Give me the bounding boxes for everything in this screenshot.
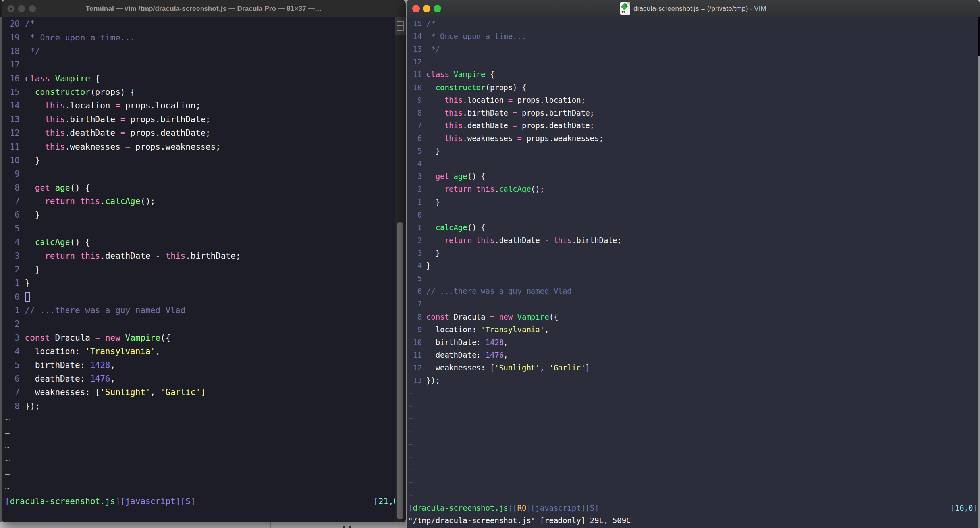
code-text: this.deathDate = props.deathDate;	[426, 121, 594, 130]
code-text: this.weaknesses = props.weaknesses;	[426, 134, 604, 143]
line-number: 4	[408, 261, 422, 270]
split-pane-button[interactable]	[395, 17, 406, 35]
code-token: =	[490, 312, 494, 321]
code-token: return	[45, 251, 75, 261]
code-token: 1476	[90, 374, 110, 383]
code-token: location:	[25, 347, 85, 356]
code-token: {	[485, 70, 494, 79]
code-line: 2	[2, 317, 406, 331]
unsaved-dot-icon	[10, 8, 12, 10]
code-line: 0	[2, 290, 406, 304]
tilde-line: ~	[2, 467, 406, 481]
statusline-left: [dracula-screenshot.js][javascript][S]	[5, 497, 196, 506]
code-text: /*	[25, 19, 35, 29]
status-token: ][	[508, 503, 517, 512]
code-token: age	[55, 183, 70, 193]
terminal-titlebar[interactable]: Terminal — vim /tmp/dracula-screenshot.j…	[2, 0, 406, 17]
window-edge-line	[978, 56, 980, 528]
code-line: 7 this.deathDate = props.deathDate;	[407, 119, 980, 132]
tilde-line: ~	[2, 440, 406, 454]
status-token: [	[373, 497, 378, 506]
code-line: 8 this.birthDate = props.birthDate;	[407, 106, 980, 119]
code-text: }	[426, 146, 440, 155]
macvim-titlebar[interactable]: JS dracula-screenshot.js = (/private/tmp…	[407, 0, 980, 17]
tilde-line: ~	[407, 425, 980, 438]
code-token: Vampire	[517, 312, 549, 321]
code-text: class Vampire {	[426, 70, 495, 79]
code-token: */	[25, 46, 40, 56]
line-number: 13	[408, 44, 422, 53]
code-line: 8const Dracula = new Vampire({	[407, 310, 980, 323]
line-number: 4	[408, 159, 422, 168]
text-cursor[interactable]	[25, 292, 30, 302]
code-token: props.weaknesses;	[522, 134, 604, 143]
line-number: 0	[5, 292, 20, 302]
code-line: 4}	[407, 259, 980, 272]
code-token: .deathDate	[494, 236, 544, 245]
close-button-icon[interactable]	[412, 5, 420, 12]
code-token: // ...there was a guy named Vlad	[25, 306, 186, 315]
code-line: 7 return this.calcAge();	[2, 195, 406, 208]
vim-statusline: [dracula-screenshot.js][RO][javascript][…	[407, 501, 980, 514]
background-window-strip: H	[0, 522, 413, 528]
code-line: 5	[2, 222, 406, 235]
macvim-window: JS dracula-screenshot.js = (/private/tmp…	[406, 0, 980, 528]
line-number: 8	[5, 401, 20, 411]
code-token: =	[95, 333, 100, 343]
code-token: =	[513, 121, 517, 130]
code-token	[100, 333, 105, 343]
code-token: 1428	[485, 338, 504, 347]
code-token	[426, 83, 436, 92]
line-number: 2	[5, 265, 20, 274]
status-token: [	[408, 503, 413, 512]
code-token	[25, 115, 45, 124]
minimize-button-icon[interactable]	[423, 5, 430, 12]
minimize-button-icon[interactable]	[18, 5, 25, 12]
code-token: }	[426, 261, 431, 270]
code-token: .	[100, 197, 105, 206]
code-text: }	[25, 265, 40, 274]
vim-diamond-icon	[621, 3, 628, 10]
code-token: location:	[426, 325, 481, 334]
close-button-icon[interactable]	[7, 5, 15, 12]
code-token: * Once upon a time...	[426, 32, 527, 40]
code-token: props.weaknesses;	[130, 142, 221, 152]
code-text: // ...there was a guy named Vlad	[426, 287, 572, 295]
status-token: dracula-screenshot.js	[10, 497, 116, 506]
code-token: calcAge	[499, 185, 531, 193]
code-token	[50, 74, 55, 83]
code-token: const	[426, 312, 449, 321]
code-token: () {	[70, 183, 90, 193]
zoom-button-icon[interactable]	[29, 5, 36, 12]
terminal-scrollbar-track[interactable]	[395, 17, 406, 522]
code-token: class	[25, 74, 50, 83]
code-token: }	[426, 146, 440, 155]
code-text: */	[25, 46, 40, 56]
code-line: 14 * Once upon a time...	[407, 30, 980, 42]
status-token: [	[950, 503, 955, 512]
code-text: */	[426, 44, 440, 53]
scrollbar-thumb[interactable]	[397, 222, 403, 519]
code-token	[426, 172, 436, 181]
tilde-line: ~	[2, 454, 406, 467]
status-token: ][	[115, 497, 125, 506]
code-token: -	[155, 251, 160, 261]
code-token	[549, 236, 554, 245]
split-pane-icon	[397, 21, 404, 31]
code-line: 7	[407, 297, 980, 310]
code-text: const Dracula = new Vampire({	[426, 312, 558, 321]
code-token	[25, 197, 45, 206]
line-number: 6	[5, 374, 20, 383]
zoom-button-icon[interactable]	[434, 5, 441, 12]
tilde-line: ~	[407, 438, 980, 451]
code-token: .weaknesses	[65, 142, 125, 152]
code-text: constructor(props) {	[25, 87, 135, 97]
line-number: 10	[408, 338, 422, 347]
code-token: props.location;	[513, 96, 585, 104]
code-token	[25, 237, 35, 247]
code-text: return this.calcAge();	[25, 197, 156, 206]
line-number: 7	[5, 387, 20, 397]
tilde-line: ~	[407, 489, 980, 501]
code-token: Dracula	[449, 312, 490, 321]
line-number: 12	[408, 363, 422, 372]
